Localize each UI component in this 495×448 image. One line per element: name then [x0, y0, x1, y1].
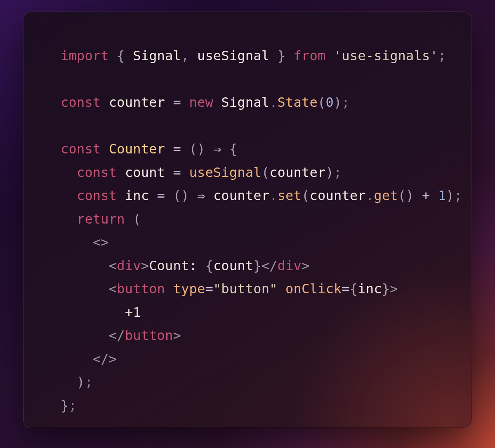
op-eq-3: =	[173, 165, 181, 180]
code-line-9: <>	[61, 234, 109, 250]
attr-onclick: onClick	[285, 281, 342, 297]
tag-div-open: div	[117, 258, 141, 274]
code-line-14: </>	[61, 351, 117, 367]
lparen-7: (	[133, 211, 141, 227]
rparen-7: )	[77, 374, 85, 390]
brace-open: {	[117, 48, 125, 64]
op-eq-2: =	[173, 141, 181, 157]
lt-1: <	[109, 258, 117, 274]
brace-close: }	[278, 48, 285, 64]
code-line-7: const inc = () ⇒ counter.set(counter.get…	[61, 188, 462, 203]
semi-2: ;	[342, 94, 349, 110]
kw-new: new	[189, 94, 213, 110]
code-line-5: const Counter = () ⇒ {	[61, 141, 237, 157]
fn-get: get	[374, 188, 398, 203]
id-usesignal: useSignal	[197, 48, 269, 64]
tag-button-close: button	[125, 328, 173, 343]
rparen-3: )	[325, 165, 333, 180]
tag-button-open: button	[117, 281, 165, 297]
rparen-5: )	[446, 188, 454, 203]
op-plus: +	[422, 188, 430, 203]
id-counter: counter	[109, 94, 165, 110]
code-line-16: };	[61, 398, 77, 413]
code-line-3: const counter = new Signal.State(0);	[61, 94, 350, 110]
num-zero: 0	[325, 94, 333, 110]
code-line-11: <button type="button" onClick={inc}>	[61, 281, 398, 297]
lt-4: <	[109, 328, 117, 343]
num-one: 1	[438, 188, 446, 203]
str-module: 'use-signals'	[334, 48, 438, 64]
kw-from: from	[294, 48, 326, 64]
arrow-2: ⇒	[197, 188, 205, 203]
op-eq-6: =	[342, 281, 349, 297]
rparen-4: )	[181, 188, 189, 203]
txt-plus-one: +1	[125, 304, 141, 320]
code-block: import { Signal, useSignal } from 'use-s…	[61, 44, 462, 417]
kw-const-2: const	[61, 141, 101, 157]
gt-4: >	[173, 328, 181, 343]
jsx-lbrace-2: {	[350, 281, 358, 297]
id-count-expr: count	[213, 258, 253, 274]
semi-4: ;	[454, 188, 462, 203]
code-line-8: return (	[61, 211, 141, 227]
attr-type: type	[173, 281, 205, 297]
code-line-12: +1	[61, 304, 141, 320]
gt-1: >	[141, 258, 149, 274]
jsx-frag-close: </>	[93, 351, 117, 367]
fn-usesignal: useSignal	[189, 165, 261, 180]
jsx-rbrace: }	[253, 258, 261, 274]
dot-3: .	[366, 188, 374, 203]
id-signal-2: Signal	[221, 94, 269, 110]
lt-3: <	[109, 281, 117, 297]
slash-2: /	[117, 328, 125, 343]
semi-6: ;	[68, 398, 76, 413]
jsx-rbrace-2: }	[382, 281, 390, 297]
dot: .	[269, 94, 277, 110]
semi: ;	[438, 48, 446, 64]
id-counter-3: counter	[310, 188, 366, 203]
prop-state: State	[278, 94, 318, 110]
brace-close-2: }	[61, 398, 68, 413]
id-signal: Signal	[133, 48, 181, 64]
lparen-6: (	[398, 188, 406, 203]
lparen-3: (	[262, 165, 269, 180]
kw-const-4: const	[77, 188, 117, 203]
semi-3: ;	[334, 165, 342, 180]
arrow: ⇒	[213, 141, 221, 157]
code-line-1: import { Signal, useSignal } from 'use-s…	[61, 48, 446, 64]
gt-3: >	[390, 281, 398, 297]
id-counter-arg: counter	[269, 165, 325, 180]
id-counter-2: counter	[213, 188, 269, 203]
lparen-4: (	[173, 188, 181, 203]
kw-const-3: const	[77, 165, 117, 180]
kw-import: import	[61, 48, 109, 64]
op-eq: =	[173, 94, 181, 110]
kw-const: const	[61, 94, 101, 110]
id-counter-comp: Counter	[109, 141, 165, 157]
rparen-6: )	[406, 188, 414, 203]
code-line-13: </button>	[61, 328, 181, 343]
comma: ,	[181, 48, 189, 64]
id-inc-ref: inc	[358, 281, 382, 297]
lparen-2: (	[189, 141, 197, 157]
id-count: count	[125, 165, 165, 180]
jsx-lbrace: {	[205, 258, 213, 274]
code-card: import { Signal, useSignal } from 'use-s…	[23, 12, 472, 428]
rparen-2: )	[197, 141, 205, 157]
fn-set: set	[278, 188, 302, 203]
code-line-15: );	[61, 374, 93, 390]
rparen: )	[334, 94, 342, 110]
brace-open-2: {	[229, 141, 237, 157]
code-line-6: const count = useSignal(counter);	[61, 165, 342, 180]
lparen: (	[318, 94, 325, 110]
gt-2: >	[302, 258, 309, 274]
id-inc: inc	[125, 188, 149, 203]
kw-return: return	[77, 211, 125, 227]
op-eq-4: =	[157, 188, 165, 203]
lparen-5: (	[302, 188, 309, 203]
lt-2: <	[262, 258, 269, 274]
txt-count-label: Count:	[149, 258, 205, 274]
tag-div-close: div	[278, 258, 302, 274]
dot-2: .	[269, 188, 277, 203]
semi-5: ;	[85, 374, 92, 390]
